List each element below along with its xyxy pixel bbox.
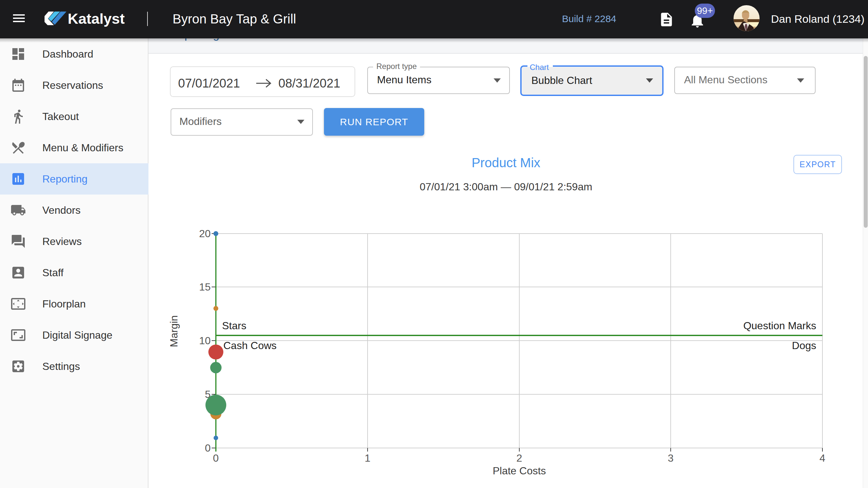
svg-text:3: 3 — [668, 452, 674, 464]
svg-text:4: 4 — [819, 452, 825, 464]
svg-text:15: 15 — [199, 281, 211, 293]
svg-text:Question Marks: Question Marks — [743, 320, 816, 331]
svg-text:Margin: Margin — [168, 315, 180, 347]
svg-text:10: 10 — [199, 335, 211, 347]
svg-text:1: 1 — [365, 452, 371, 464]
svg-text:Cash Cows: Cash Cows — [223, 340, 277, 351]
svg-text:2: 2 — [516, 452, 522, 464]
svg-text:Plate Costs: Plate Costs — [493, 465, 546, 477]
svg-text:20: 20 — [199, 228, 211, 239]
svg-text:0: 0 — [205, 442, 211, 454]
svg-text:Stars: Stars — [222, 320, 246, 331]
svg-text:Dogs: Dogs — [792, 340, 816, 351]
svg-text:0: 0 — [213, 452, 219, 464]
